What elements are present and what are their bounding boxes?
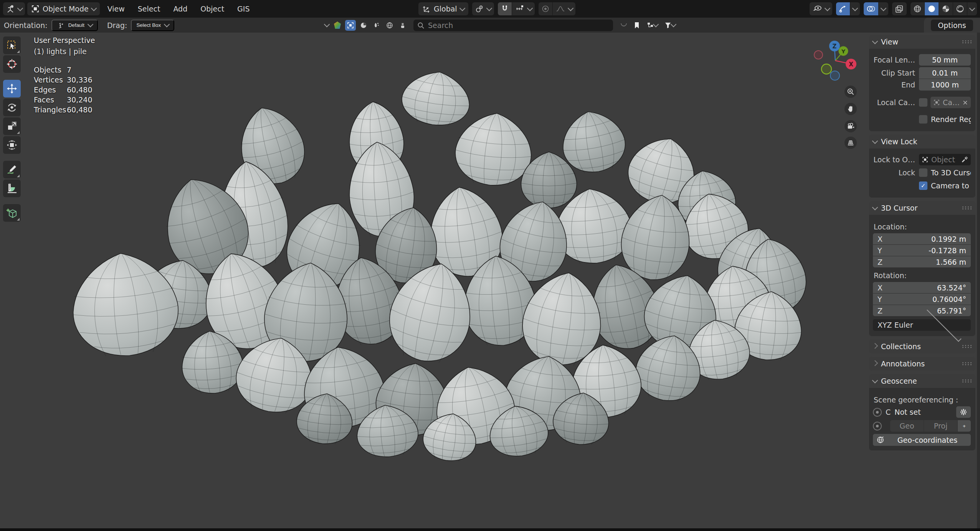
toggle-particles-icon[interactable] bbox=[371, 20, 382, 31]
snap-toggle-button[interactable] bbox=[498, 2, 512, 15]
add-crs-button[interactable]: + bbox=[958, 420, 971, 432]
cursor-rotation-x[interactable]: X 63.524° bbox=[873, 282, 971, 293]
xray-toggle[interactable] bbox=[892, 2, 907, 15]
object-visibility-dropdown[interactable] bbox=[810, 2, 832, 15]
geo-coordinates-button[interactable]: Geo-coordinates bbox=[873, 434, 971, 446]
local-camera-field[interactable]: Ca… bbox=[930, 97, 971, 108]
local-camera-checkbox[interactable] bbox=[919, 98, 927, 107]
arc-tool-icon[interactable] bbox=[618, 20, 629, 31]
render-region-checkbox[interactable] bbox=[919, 115, 927, 124]
focal-length-row: Focal Len… 50 mm bbox=[873, 54, 971, 66]
pebble[interactable] bbox=[399, 67, 473, 129]
shading-dropdown[interactable] bbox=[967, 2, 977, 15]
toggle-select-icon[interactable] bbox=[345, 20, 356, 31]
drag-select-value: Select Box bbox=[136, 22, 161, 28]
show-gizmo-toggle[interactable] bbox=[836, 2, 850, 15]
panel-annotations-header[interactable]: Annotations bbox=[869, 357, 975, 371]
camera-to-view-checkbox[interactable]: ✓ bbox=[919, 181, 927, 190]
panel-grip-icon[interactable] bbox=[962, 362, 972, 366]
outliner-filter-dropdown[interactable] bbox=[645, 20, 660, 31]
collapse-chevron-icon[interactable] bbox=[324, 21, 330, 28]
active-tool-gem-icon[interactable] bbox=[332, 20, 343, 31]
tool-scale[interactable] bbox=[3, 117, 21, 135]
overlays-dropdown[interactable] bbox=[879, 2, 888, 15]
toggle-world-icon[interactable] bbox=[384, 20, 395, 31]
panel-collections-header[interactable]: Collections bbox=[869, 340, 975, 353]
proj-button[interactable]: Proj bbox=[924, 420, 957, 432]
gizmo-axis-z-neg[interactable] bbox=[830, 71, 840, 80]
tool-select-box[interactable] bbox=[3, 36, 21, 54]
orthographic-toggle-button[interactable] bbox=[844, 137, 857, 149]
options-button[interactable]: Options bbox=[931, 20, 973, 31]
shading-solid-button[interactable] bbox=[925, 2, 939, 15]
viewport-scene[interactable] bbox=[0, 33, 980, 528]
menu-gis[interactable]: GIS bbox=[232, 2, 255, 15]
panel-geoscene-header[interactable]: Geoscene bbox=[869, 374, 975, 388]
camera-view-button[interactable] bbox=[844, 120, 857, 132]
gizmo-axis-x-neg[interactable] bbox=[814, 51, 823, 59]
geo-proj-radio[interactable] bbox=[873, 422, 882, 430]
menu-view[interactable]: View bbox=[102, 2, 130, 15]
filter-dropdown[interactable] bbox=[662, 20, 678, 31]
panel-3d-cursor-header[interactable]: 3D Cursor bbox=[869, 201, 975, 215]
bookmark-icon[interactable] bbox=[631, 20, 642, 31]
tool-move[interactable] bbox=[3, 80, 21, 97]
zoom-button[interactable] bbox=[844, 86, 857, 98]
orientation-select[interactable]: Default bbox=[51, 20, 98, 31]
sidebar-scroll-gutter[interactable] bbox=[977, 33, 980, 528]
menu-object[interactable]: Object bbox=[195, 2, 230, 15]
lock-to-object-field[interactable]: Object bbox=[919, 154, 971, 165]
proportional-editing-button[interactable] bbox=[539, 2, 552, 15]
gizmo-dropdown[interactable] bbox=[850, 2, 860, 15]
pan-button[interactable] bbox=[844, 103, 857, 115]
clip-end-field[interactable]: 1000 m bbox=[919, 79, 971, 91]
shading-rendered-button[interactable] bbox=[953, 2, 967, 15]
cursor-location-z[interactable]: Z 1.566 m bbox=[873, 256, 971, 267]
cursor-rotation-y[interactable]: Y 0.76004° bbox=[873, 294, 971, 305]
3d-viewport[interactable]: User Perspective (1) lights | pile Objec… bbox=[0, 33, 980, 528]
navigation-gizmo[interactable]: Z Y X bbox=[809, 38, 863, 84]
toggle-brush-icon[interactable] bbox=[397, 20, 408, 31]
tool-rotate[interactable] bbox=[3, 99, 21, 116]
panel-grip-icon[interactable] bbox=[962, 40, 972, 44]
eyedropper-icon[interactable] bbox=[962, 157, 968, 163]
geo-button[interactable]: Geo bbox=[890, 420, 924, 432]
cursor-location-y[interactable]: Y -0.1728 m bbox=[873, 245, 971, 256]
panel-grip-icon[interactable] bbox=[962, 345, 972, 348]
crs-radio[interactable] bbox=[873, 408, 882, 417]
tool-measure[interactable] bbox=[3, 180, 21, 197]
shading-wireframe-button[interactable] bbox=[911, 2, 924, 15]
panel-grip-icon[interactable] bbox=[962, 206, 972, 210]
pebble[interactable] bbox=[68, 249, 182, 360]
mode-selector[interactable]: Object Mode bbox=[27, 2, 100, 15]
close-icon[interactable] bbox=[963, 100, 968, 105]
panel-view-lock-header[interactable]: View Lock bbox=[869, 135, 975, 148]
tool-add-cube[interactable] bbox=[3, 204, 21, 222]
cursor-location-x[interactable]: X 0.1992 m bbox=[873, 233, 971, 244]
crs-settings-button[interactable] bbox=[956, 406, 971, 418]
editor-type-button[interactable] bbox=[3, 2, 25, 15]
snap-target-dropdown[interactable] bbox=[512, 2, 535, 15]
proportional-falloff-dropdown[interactable] bbox=[553, 2, 575, 15]
gizmo-axis-y-neg[interactable] bbox=[821, 64, 831, 74]
panel-view-header[interactable]: View bbox=[869, 35, 975, 49]
tool-cursor[interactable] bbox=[3, 55, 21, 73]
shading-material-button[interactable] bbox=[939, 2, 953, 15]
panel-grip-icon[interactable] bbox=[962, 379, 972, 383]
show-overlays-toggle[interactable] bbox=[864, 2, 878, 15]
clip-start-field[interactable]: 0.01 m bbox=[919, 67, 971, 79]
pivot-point-dropdown[interactable] bbox=[472, 2, 494, 15]
cursor-rotation-z[interactable]: Z 65.791° bbox=[873, 305, 971, 316]
drag-select[interactable]: Select Box bbox=[131, 20, 174, 31]
tool-annotate[interactable] bbox=[3, 161, 21, 178]
menu-select[interactable]: Select bbox=[132, 2, 166, 15]
lock-to-3d-cursor-checkbox[interactable] bbox=[919, 168, 927, 177]
toggle-matsphere-icon[interactable] bbox=[358, 20, 369, 31]
euler-mode-dropdown[interactable]: XYZ Euler bbox=[873, 319, 971, 331]
menu-add[interactable]: Add bbox=[168, 2, 193, 15]
transform-orientation-dropdown[interactable]: Global bbox=[418, 2, 468, 15]
search-input[interactable] bbox=[413, 20, 613, 31]
tool-transform[interactable] bbox=[3, 136, 21, 154]
chevron-down-icon bbox=[88, 21, 94, 28]
focal-length-field[interactable]: 50 mm bbox=[919, 54, 971, 66]
